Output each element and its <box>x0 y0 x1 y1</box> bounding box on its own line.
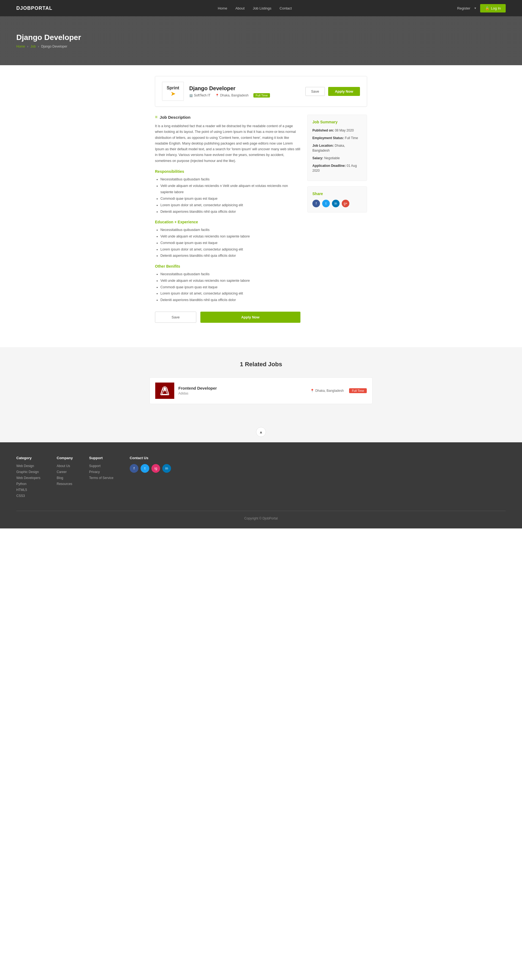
footer-linkedin-icon[interactable]: in <box>162 464 171 473</box>
company-logo: Sprint ➤ <box>162 82 184 101</box>
description-icon: ≡ <box>155 115 157 119</box>
related-job-location: 📍 Dhaka, Bangladesh <box>310 389 344 393</box>
summary-title: Job Summary <box>312 120 362 124</box>
main-content: Sprint ➤ Django Developer 🏢 SoftTech IT … <box>150 76 372 336</box>
list-item: Lorem ipsum dolor sit amet, consectetur … <box>160 290 300 297</box>
register-link[interactable]: Register <box>457 6 470 10</box>
related-section: 1 Related Jobs <box>0 347 522 422</box>
content-columns: ≡ Job Description It is a long establish… <box>155 115 367 336</box>
footer-social-icons: f t ig in <box>130 464 171 473</box>
footer-instagram-icon[interactable]: ig <box>152 464 160 473</box>
nav-contact[interactable]: Contact <box>279 6 292 10</box>
education-title: Education + Experience <box>155 220 300 224</box>
footer-item[interactable]: Web Developers <box>16 476 40 480</box>
summary-location: Job Location: Dhaka, Bangladesh <box>312 143 362 153</box>
list-item: Necessitatibus quibusdam facilis <box>160 271 300 278</box>
nav-right: Register ▾ 🔒 Log In <box>457 4 506 13</box>
hero-section: Django Developer Home › Job › Django Dev… <box>0 16 522 65</box>
footer-support-list: Support Privacy Terms of Service <box>89 464 113 480</box>
summary-employment: Employment Status: Full Time <box>312 135 362 140</box>
footer-item[interactable]: HTML5 <box>16 488 40 492</box>
footer-item[interactable]: Web Design <box>16 464 40 468</box>
list-item: Deleniti asperiores blanditiis nihil qui… <box>160 208 300 215</box>
job-description-title: ≡ Job Description <box>155 115 300 119</box>
job-description-text: It is a long established fact that a rea… <box>155 123 300 164</box>
adidas-svg-icon <box>158 384 172 398</box>
footer-copyright: Copyright © DjobPortal <box>16 511 506 520</box>
scroll-top-button[interactable]: ▲ <box>256 427 266 437</box>
list-item: Deleniti asperiores blanditiis nihil qui… <box>160 297 300 304</box>
job-type-badge: Full Time <box>254 93 270 97</box>
share-twitter-icon[interactable]: t <box>322 200 330 207</box>
footer-category: Category Web Design Graphic Design Web D… <box>16 456 40 500</box>
list-item: Lorem ipsum dolor sit amet, consectetur … <box>160 202 300 208</box>
related-job-info: Frontend Developer Adidas <box>178 386 217 395</box>
nav-about[interactable]: About <box>235 6 245 10</box>
job-title: Django Developer <box>189 85 270 92</box>
share-google-icon[interactable]: g+ <box>342 200 350 207</box>
lock-icon: 🔒 <box>485 6 489 10</box>
apply-button-bottom[interactable]: Apply Now <box>200 312 300 323</box>
breadcrumb: Home › Job › Django Developer <box>16 45 81 48</box>
footer-item[interactable]: Graphic Design <box>16 470 40 474</box>
share-icons: f t in g+ <box>312 200 362 207</box>
share-facebook-icon[interactable]: f <box>312 200 320 207</box>
list-item: Commodi quae ipsum quas est itaque <box>160 196 300 202</box>
related-job-title: Frontend Developer <box>178 386 217 390</box>
apply-button-top[interactable]: Apply Now <box>328 87 360 96</box>
footer-item[interactable]: Support <box>89 464 113 468</box>
breadcrumb-home[interactable]: Home <box>16 45 25 48</box>
share-card: Share f t in g+ <box>307 186 367 212</box>
summary-published: Published on: 08 May 2020 <box>312 128 362 133</box>
job-meta: 🏢 SoftTech IT 📍 Dhaka, Bangladesh Full T… <box>189 93 270 97</box>
login-button[interactable]: 🔒 Log In <box>480 4 506 13</box>
footer-item[interactable]: Career <box>57 470 73 474</box>
footer-item[interactable]: Blog <box>57 476 73 480</box>
save-button-top[interactable]: Save <box>305 87 325 96</box>
footer-company-list: About Us Career Blog Resources <box>57 464 73 486</box>
footer-item[interactable]: About Us <box>57 464 73 468</box>
nav-job-listings[interactable]: Job Listings <box>253 6 271 10</box>
related-job-left: Frontend Developer Adidas <box>155 383 217 399</box>
footer-item[interactable]: Privacy <box>89 470 113 474</box>
footer-item[interactable]: Terms of Service <box>89 476 113 480</box>
company-name: 🏢 SoftTech IT <box>189 94 211 97</box>
share-title: Share <box>312 191 362 196</box>
footer-facebook-icon[interactable]: f <box>130 464 138 473</box>
list-item: Velit unde aliquam et volutas reiciendis… <box>160 183 300 196</box>
benefits-title: Other Benifits <box>155 264 300 269</box>
footer-item[interactable]: Python <box>16 482 40 486</box>
list-item: Necessitatibus quibusdam facilis <box>160 176 300 183</box>
save-button-bottom[interactable]: Save <box>155 312 196 323</box>
breadcrumb-current: Django Developer <box>41 45 67 48</box>
job-card-top: Sprint ➤ Django Developer 🏢 SoftTech IT … <box>155 76 367 107</box>
brand: DJOBPORTAL <box>16 5 53 11</box>
job-location: 📍 Dhaka, Bangladesh <box>216 94 249 97</box>
related-job-card: Frontend Developer Adidas 📍 Dhaka, Bangl… <box>150 377 372 404</box>
nav-links: Home About Job Listings Contact <box>218 6 292 10</box>
footer-item[interactable]: CSS3 <box>16 494 40 498</box>
share-linkedin-icon[interactable]: in <box>332 200 340 207</box>
summary-deadline: Application Deadline: 01 Aug 2020 <box>312 163 362 173</box>
job-card-actions: Save Apply Now <box>305 87 360 96</box>
breadcrumb-job[interactable]: Job <box>30 45 36 48</box>
list-item: Deleniti asperiores blanditiis nihil qui… <box>160 253 300 259</box>
footer-contact: Contact Us f t ig in <box>130 456 171 500</box>
list-item: Velit unde aliquam et volutas reiciendis… <box>160 278 300 284</box>
footer: Category Web Design Graphic Design Web D… <box>0 442 522 528</box>
nav-home[interactable]: Home <box>218 6 227 10</box>
content-sidebar: Job Summary Published on: 08 May 2020 Em… <box>307 115 367 336</box>
list-item: Lorem ipsum dolor sit amet, consectetur … <box>160 247 300 253</box>
footer-item[interactable]: Resources <box>57 482 73 486</box>
related-job-type-badge: Full Time <box>349 388 367 393</box>
footer-columns: Category Web Design Graphic Design Web D… <box>16 456 506 500</box>
list-item: Velit unde aliquam et volutas reiciendis… <box>160 233 300 240</box>
hero-content: Django Developer Home › Job › Django Dev… <box>16 33 81 48</box>
responsibilities-title: Responsibilities <box>155 169 300 173</box>
footer-twitter-icon[interactable]: t <box>140 464 149 473</box>
footer-contact-title: Contact Us <box>130 456 171 460</box>
location-pin-icon: 📍 <box>310 389 314 393</box>
list-item: Commodi quae ipsum quas est itaque <box>160 284 300 291</box>
list-item: Necessitatibus quibusdam facilis <box>160 227 300 233</box>
navbar: DJOBPORTAL Home About Job Listings Conta… <box>0 0 522 16</box>
